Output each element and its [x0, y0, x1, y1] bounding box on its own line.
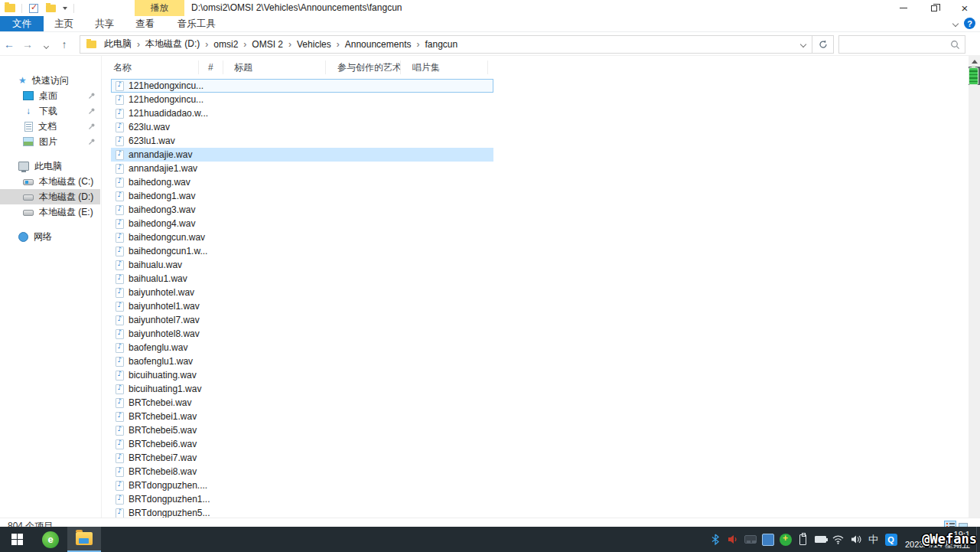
file-row[interactable]: ♪ annandajie1.wav [111, 162, 493, 175]
breadcrumb-segment[interactable]: 本地磁盘 (D:) [142, 38, 203, 51]
file-row[interactable]: ♪ BRTchebei8.wav [111, 465, 493, 479]
file-row[interactable]: ♪ BRTchebei5.wav [111, 423, 493, 437]
taskbar-explorer-button[interactable] [67, 527, 101, 552]
breadcrumb-segment[interactable]: fangcun [422, 39, 461, 50]
battery-icon[interactable] [814, 533, 827, 546]
ime-app-icon[interactable] [761, 533, 774, 546]
file-row[interactable]: ♪ baiyunhotel7.wav [111, 313, 493, 327]
file-name: baihualu.wav [129, 260, 182, 270]
column-header-artists[interactable]: 参与创作的艺术家 [326, 60, 401, 74]
file-row[interactable]: ♪ baofenglu1.wav [111, 354, 493, 368]
file-row[interactable]: ♪ annandajie.wav [111, 148, 493, 162]
vertical-scrollbar[interactable] [969, 56, 980, 534]
breadcrumb-separator: › [135, 39, 142, 50]
tab-music-tools[interactable]: 音乐工具 [167, 16, 226, 31]
start-button[interactable] [0, 527, 34, 552]
sidebar-item-network[interactable]: 网络 [0, 229, 100, 244]
file-row[interactable]: ♪ bicuihuating1.wav [111, 382, 493, 396]
tab-view[interactable]: 查看 [125, 16, 165, 31]
file-row[interactable]: ♪ BRTchebei7.wav [111, 451, 493, 465]
file-row[interactable]: ♪ 121hedongxincu... [111, 93, 493, 106]
properties-icon[interactable] [29, 4, 38, 13]
up-button[interactable]: ↑ [55, 38, 73, 51]
search-input[interactable] [839, 37, 946, 52]
sidebar-item-this-pc[interactable]: 此电脑 [0, 158, 100, 174]
column-header-name[interactable]: 名称 [102, 60, 199, 74]
column-header-album[interactable]: 唱片集 [401, 60, 488, 74]
breadcrumb-segment[interactable]: omsi2 [210, 39, 241, 50]
minimize-button[interactable] [888, 0, 919, 16]
new-folder-icon[interactable] [46, 5, 56, 12]
address-dropdown-icon[interactable] [800, 41, 806, 47]
volume-icon[interactable] [849, 533, 862, 546]
file-row[interactable]: ♪ 623lu.wav [111, 120, 493, 134]
tab-share[interactable]: 共享 [84, 16, 125, 31]
file-row[interactable]: ♪ BRTdongpuzhen.... [111, 479, 493, 492]
wifi-icon[interactable] [832, 533, 845, 546]
file-row[interactable]: ♪ BRTchebei1.wav [111, 410, 493, 423]
breadcrumb-segment[interactable]: Vehicles [294, 39, 334, 50]
contextual-tab-play[interactable]: 播放 [135, 0, 184, 16]
pin-icon [88, 122, 96, 130]
file-row[interactable]: ♪ baiyunhotel1.wav [111, 299, 493, 313]
file-row[interactable]: ♪ BRTdongpuzhen1... [111, 492, 493, 506]
usb-icon[interactable] [796, 533, 809, 546]
sidebar-item-drive-e[interactable]: 本地磁盘 (E:) [0, 204, 100, 220]
recent-locations-icon[interactable] [37, 38, 55, 51]
file-row[interactable]: ♪ baiyunhotel.wav [111, 286, 493, 299]
file-row[interactable]: ♪ baihualu.wav [111, 258, 493, 272]
file-row[interactable]: ♪ 121hedongxincu... [111, 79, 493, 93]
refresh-button[interactable] [812, 35, 834, 54]
bluetooth-icon[interactable] [708, 533, 721, 546]
file-row[interactable]: ♪ baihualu1.wav [111, 272, 493, 286]
file-row[interactable]: ♪ baihedong.wav [111, 175, 493, 189]
file-row[interactable]: ♪ baihedongcun.wav [111, 230, 493, 244]
sidebar-item-documents[interactable]: 文档 [0, 119, 100, 134]
address-box[interactable]: 此电脑›本地磁盘 (D:)›omsi2›OMSI 2›Vehicles›Anno… [80, 35, 812, 54]
touchpad-icon[interactable] [744, 533, 757, 546]
file-row[interactable]: ♪ 121huadidadao.w... [111, 106, 493, 120]
forward-button[interactable]: → [18, 38, 37, 51]
sidebar-item-downloads[interactable]: ↓ 下载 [0, 103, 100, 119]
close-button[interactable]: × [949, 0, 980, 16]
tab-file[interactable]: 文件 [0, 16, 44, 31]
collapse-ribbon-icon[interactable] [952, 20, 959, 26]
file-row[interactable]: ♪ 623lu1.wav [111, 134, 493, 148]
file-row[interactable]: ♪ baofenglu.wav [111, 341, 493, 354]
file-name: baofenglu1.wav [129, 356, 193, 367]
windows-logo-icon [11, 534, 23, 545]
sidebar-item-quick-access[interactable]: ★ 快速访问 [0, 73, 100, 88]
back-button[interactable]: ← [0, 38, 18, 51]
restore-button[interactable] [919, 0, 949, 16]
breadcrumb-segment[interactable]: Announcements [342, 39, 415, 50]
file-row[interactable]: ♪ bicuihuating.wav [111, 368, 493, 382]
pen-input-icon[interactable]: 中 [867, 533, 880, 546]
q-app-icon[interactable]: Q [884, 533, 897, 546]
tab-home[interactable]: 主页 [44, 16, 84, 31]
taskbar-browser-button[interactable]: e [34, 527, 67, 552]
safety-app-icon[interactable] [779, 533, 792, 546]
sidebar-item-drive-c[interactable]: 本地磁盘 (C:) [0, 174, 100, 189]
red-speaker-icon[interactable] [726, 533, 739, 546]
file-explorer-icon [76, 532, 93, 545]
file-row[interactable]: ♪ baihedong1.wav [111, 189, 493, 203]
file-row[interactable]: ♪ baiyunhotel8.wav [111, 327, 493, 341]
column-header-title[interactable]: 标题 [223, 60, 326, 74]
wav-file-icon: ♪ [116, 439, 124, 449]
wav-file-icon: ♪ [116, 191, 124, 201]
file-row[interactable]: ♪ baihedongcun1.w... [111, 244, 493, 258]
column-header-track[interactable]: # [199, 60, 223, 74]
help-icon[interactable]: ? [964, 18, 975, 29]
file-row[interactable]: ♪ BRTchebei6.wav [111, 437, 493, 451]
file-row[interactable]: ♪ BRTchebei.wav [111, 396, 493, 410]
sidebar-item-drive-d[interactable]: 本地磁盘 (D:) [0, 189, 100, 204]
file-row[interactable]: ♪ baihedong4.wav [111, 217, 493, 230]
qat-dropdown-icon[interactable] [63, 7, 67, 10]
breadcrumb-segment[interactable]: OMSI 2 [249, 39, 286, 50]
sidebar-item-pictures[interactable]: 图片 [0, 134, 100, 149]
file-row[interactable]: ♪ baihedong3.wav [111, 203, 493, 217]
drive-icon [23, 194, 34, 201]
breadcrumb-segment[interactable]: 此电脑 [101, 38, 135, 51]
file-name: bicuihuating1.wav [129, 384, 201, 394]
sidebar-item-desktop[interactable]: 桌面 [0, 88, 100, 103]
